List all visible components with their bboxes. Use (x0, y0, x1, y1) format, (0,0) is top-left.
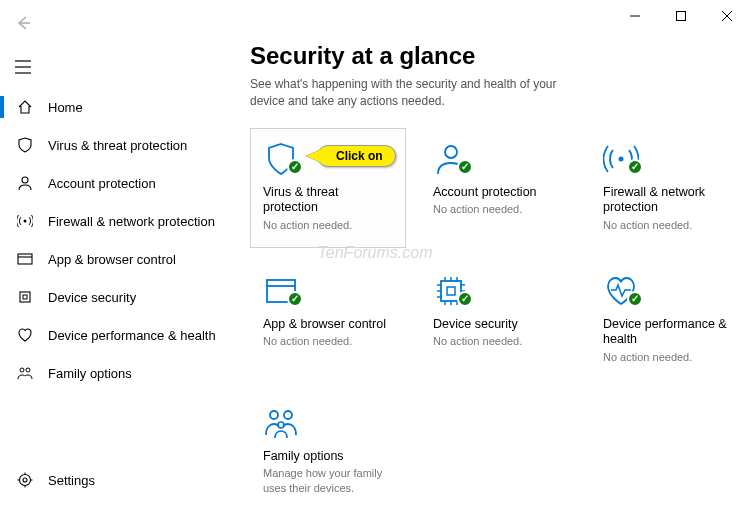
card-subtitle: No action needed. (603, 350, 733, 364)
status-ok-badge: ✓ (457, 159, 473, 175)
sidebar-item-account[interactable]: Account protection (0, 164, 228, 202)
chip-icon (14, 289, 36, 305)
sidebar-item-app[interactable]: App & browser control (0, 240, 228, 278)
card-subtitle: No action needed. (433, 202, 563, 216)
svg-rect-10 (18, 254, 32, 264)
card-firewall[interactable]: ✓ Firewall & network protection No actio… (590, 128, 746, 248)
sidebar: Home Virus & threat protection Account p… (0, 88, 228, 505)
sidebar-item-device[interactable]: Device security (0, 278, 228, 316)
sidebar-item-label: App & browser control (48, 252, 176, 267)
svg-point-40 (270, 411, 278, 419)
sidebar-item-label: Home (48, 100, 83, 115)
browser-icon (14, 251, 36, 267)
card-subtitle: No action needed. (433, 334, 563, 348)
main-content: Security at a glance See what's happenin… (228, 32, 750, 505)
card-title: Firewall & network protection (603, 185, 733, 216)
card-title: App & browser control (263, 317, 393, 333)
sidebar-item-firewall[interactable]: Firewall & network protection (0, 202, 228, 240)
cards-grid: ✓ Click on Virus & threat protection No … (250, 128, 728, 505)
titlebar (0, 0, 750, 32)
svg-point-17 (23, 478, 27, 482)
status-ok-badge: ✓ (627, 291, 643, 307)
status-ok-badge: ✓ (287, 291, 303, 307)
home-icon (14, 99, 36, 115)
page-title: Security at a glance (250, 42, 728, 70)
svg-rect-1 (677, 12, 686, 21)
sidebar-item-label: Device performance & health (48, 328, 216, 343)
card-subtitle: No action needed. (263, 334, 393, 348)
gear-icon (14, 472, 36, 488)
sidebar-item-label: Firewall & network protection (48, 214, 215, 229)
minimize-button[interactable] (612, 0, 658, 32)
page-subtitle: See what's happening with the security a… (250, 76, 560, 110)
sidebar-item-label: Settings (48, 473, 95, 488)
sidebar-item-label: Device security (48, 290, 136, 305)
svg-rect-13 (23, 295, 27, 299)
card-virus-threat[interactable]: ✓ Click on Virus & threat protection No … (250, 128, 406, 248)
antenna-icon (14, 213, 36, 229)
card-title: Virus & threat protection (263, 185, 393, 216)
nav-top (0, 0, 46, 88)
svg-rect-12 (20, 292, 30, 302)
sidebar-item-virus[interactable]: Virus & threat protection (0, 126, 228, 164)
shield-icon (14, 137, 36, 153)
svg-rect-27 (447, 287, 455, 295)
sidebar-item-health[interactable]: Device performance & health (0, 316, 228, 354)
card-title: Account protection (433, 185, 563, 201)
sidebar-item-label: Account protection (48, 176, 156, 191)
status-ok-badge: ✓ (457, 291, 473, 307)
svg-point-16 (20, 475, 31, 486)
menu-button[interactable] (0, 46, 46, 88)
sidebar-item-family[interactable]: Family options (0, 354, 228, 392)
card-family[interactable]: Family options Manage how your family us… (250, 392, 406, 505)
family-icon (263, 405, 299, 441)
status-ok-badge: ✓ (287, 159, 303, 175)
card-title: Family options (263, 449, 393, 465)
person-icon (14, 175, 36, 191)
sidebar-item-label: Virus & threat protection (48, 138, 187, 153)
card-device-health[interactable]: ✓ Device performance & health No action … (590, 260, 746, 380)
back-button[interactable] (0, 0, 46, 46)
card-subtitle: Manage how your family uses their device… (263, 466, 393, 495)
svg-point-8 (22, 177, 28, 183)
sidebar-item-home[interactable]: Home (0, 88, 228, 126)
svg-point-23 (619, 156, 624, 161)
card-device-security[interactable]: ✓ Device security No action needed. (420, 260, 576, 380)
sidebar-item-label: Family options (48, 366, 132, 381)
maximize-button[interactable] (658, 0, 704, 32)
svg-point-14 (20, 368, 24, 372)
close-button[interactable] (704, 0, 750, 32)
card-title: Device performance & health (603, 317, 733, 348)
sidebar-item-settings[interactable]: Settings (0, 461, 228, 499)
card-account[interactable]: ✓ Account protection No action needed. (420, 128, 576, 248)
svg-point-22 (445, 146, 457, 158)
svg-point-41 (284, 411, 292, 419)
card-subtitle: No action needed. (263, 218, 393, 232)
card-title: Device security (433, 317, 563, 333)
family-icon (14, 365, 36, 381)
callout-annotation: Click on (317, 145, 396, 167)
svg-point-9 (24, 220, 27, 223)
card-app-browser[interactable]: ✓ App & browser control No action needed… (250, 260, 406, 380)
heart-icon (14, 327, 36, 343)
status-ok-badge: ✓ (627, 159, 643, 175)
svg-point-15 (26, 368, 30, 372)
card-subtitle: No action needed. (603, 218, 733, 232)
